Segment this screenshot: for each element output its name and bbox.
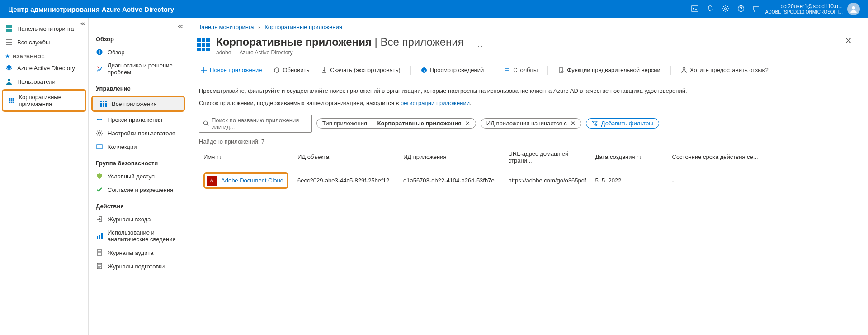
svg-point-42 [505, 70, 505, 71]
sidebar-item-enterprise-apps[interactable]: Корпоративные приложения [2, 89, 86, 112]
breadcrumb-link[interactable]: Панель мониторинга [197, 24, 254, 30]
close-icon[interactable]: ✕ [845, 36, 852, 46]
svg-rect-13 [9, 100, 10, 101]
app-registrations-link[interactable]: регистрации приложений [401, 100, 470, 106]
sidebar-item-label: Корпоративные приложения [19, 94, 80, 107]
page-header: Корпоративные приложения | Все приложени… [188, 35, 868, 62]
col-url[interactable]: URL-адрес домашней страни... [504, 147, 590, 168]
help-icon[interactable] [737, 5, 745, 14]
more-icon[interactable]: ⋯ [475, 41, 483, 51]
list-icon [5, 38, 13, 46]
feedback-button[interactable]: Хотите предоставить отзыв? [677, 65, 772, 75]
search-icon [203, 120, 209, 126]
svg-rect-7 [6, 29, 9, 32]
sidebar-item-label: Azure Active Directory [17, 65, 75, 72]
sidebar-item-all-services[interactable]: Все службы [0, 35, 88, 49]
add-filter-button[interactable]: Добавить фильтры [586, 118, 659, 129]
sec-item-collections[interactable]: Коллекции [89, 140, 188, 153]
apps-table: Имя↑↓ ИД объекта ИД приложения URL-адрес… [199, 147, 857, 193]
sec-item-label: Обзор [108, 49, 125, 56]
col-name[interactable]: Имя↑↓ [199, 147, 293, 168]
col-app-id[interactable]: ИД приложения [399, 147, 504, 168]
sec-item-consent[interactable]: Согласие и разрешения [89, 183, 188, 196]
sec-item-usage[interactable]: Использование и аналитические сведения [89, 226, 188, 246]
breadcrumb-link[interactable]: Корпоративные приложения [264, 24, 342, 30]
filter-row: Поиск по названию приложения или ид... Т… [188, 110, 868, 135]
filter-pill-app-type[interactable]: Тип приложения == Корпоративные приложен… [316, 118, 476, 129]
app-name-link[interactable]: Adobe Document Cloud [221, 177, 283, 184]
plus-icon [201, 67, 207, 73]
col-cert[interactable]: Состояние срока действия се... [668, 147, 858, 168]
page-icon [197, 38, 210, 51]
toolbar-separator [410, 66, 411, 75]
sec-item-signin-logs[interactable]: Журналы входа [89, 212, 188, 226]
sidebar-collapse-icon[interactable]: ≪ [80, 21, 85, 27]
avatar[interactable] [847, 3, 860, 15]
sidebar-item-aad[interactable]: Azure Active Directory [0, 61, 88, 75]
secondary-collapse-icon[interactable]: ≪ [89, 24, 188, 29]
sec-item-provisioning-logs[interactable]: Журналы подготовки [89, 259, 188, 273]
sec-item-label: Настройки пользователя [108, 130, 175, 137]
svg-point-32 [99, 132, 101, 134]
sec-item-label: Использование и аналитические сведения [108, 229, 180, 243]
svg-rect-3 [754, 6, 759, 10]
sec-item-app-proxy[interactable]: Прокси приложения [89, 113, 188, 126]
col-created[interactable]: Дата создания↑↓ [591, 147, 668, 168]
sec-heading-actions: Действия [89, 196, 188, 212]
sec-item-conditional-access[interactable]: Условный доступ [89, 169, 188, 183]
settings-icon[interactable] [722, 5, 729, 14]
notification-icon[interactable] [707, 5, 714, 14]
search-input[interactable]: Поиск по названию приложения или ид... [199, 115, 312, 133]
sidebar-item-dashboard[interactable]: Панель мониторинга [0, 22, 88, 35]
sec-item-all-apps[interactable]: Все приложения [91, 96, 185, 112]
sec-item-overview[interactable]: i Обзор [89, 45, 188, 59]
preview-info-button[interactable]: i Просмотр сведений [417, 65, 488, 75]
download-icon [321, 67, 327, 73]
svg-text:i: i [99, 50, 100, 55]
svg-rect-11 [11, 98, 12, 100]
sec-item-label: Прокси приложения [108, 116, 162, 123]
user-tenant: ADOBE (SPOD110.ONMICROSOFT... [765, 10, 843, 15]
toolbar: Новое приложение Обновить Скачать (экспо… [188, 62, 868, 80]
columns-button[interactable]: Столбцы [500, 65, 541, 75]
feedback-icon[interactable] [753, 5, 760, 14]
sec-item-label: Журналы подготовки [108, 263, 165, 270]
sort-icon: ↑↓ [637, 154, 642, 160]
top-header: Центр администрирования Azure Active Dir… [0, 0, 868, 18]
page-subtitle: adobe — Azure Active Directory [216, 49, 464, 56]
preview-features-button[interactable]: Функции предварительной версии [554, 65, 664, 75]
user-block[interactable]: oct20user1@spod110.o... ADOBE (SPOD110.O… [765, 3, 843, 15]
sidebar-item-label: Пользователи [17, 78, 56, 85]
table-row[interactable]: A Adobe Document Cloud 6ecc2029-abe3-44c… [199, 168, 857, 193]
info-badge-icon: i [421, 67, 427, 73]
refresh-button[interactable]: Обновить [270, 65, 313, 75]
sec-item-user-settings[interactable]: Настройки пользователя [89, 126, 188, 140]
adobe-logo-icon: A [207, 176, 217, 186]
download-button[interactable]: Скачать (экспортировать) [317, 65, 404, 75]
new-app-button[interactable]: Новое приложение [197, 65, 265, 75]
svg-rect-26 [105, 103, 107, 105]
sidebar-item-label: Панель мониторинга [17, 25, 74, 32]
svg-rect-10 [9, 98, 10, 100]
sec-item-diagnose[interactable]: Диагностика и решение проблем [89, 59, 188, 79]
sec-item-label: Диагностика и решение проблем [108, 62, 180, 76]
remove-filter-icon[interactable]: ✕ [571, 120, 576, 127]
conditional-icon [96, 172, 103, 180]
sec-item-audit-logs[interactable]: Журналы аудита [89, 246, 188, 259]
svg-rect-21 [100, 100, 102, 102]
svg-point-9 [8, 79, 10, 81]
svg-rect-8 [9, 29, 12, 32]
cell-created: 5. 5. 2022 [591, 168, 668, 193]
svg-point-31 [100, 119, 102, 120]
cell-url: https://adobe.com/go/o365pdf [504, 168, 590, 193]
filter-pill-app-id[interactable]: ИД приложения начинается с ✕ [481, 118, 581, 129]
remove-filter-icon[interactable]: ✕ [465, 120, 470, 127]
sidebar-item-users[interactable]: Пользователи [0, 75, 88, 88]
sec-item-label: Журналы аудита [108, 249, 153, 256]
sec-item-label: Журналы входа [108, 216, 151, 223]
svg-rect-25 [103, 103, 104, 105]
col-object-id[interactable]: ИД объекта [293, 147, 399, 168]
svg-rect-5 [6, 25, 9, 28]
console-icon[interactable] [691, 5, 698, 14]
sec-item-label: Согласие и разрешения [108, 187, 173, 193]
